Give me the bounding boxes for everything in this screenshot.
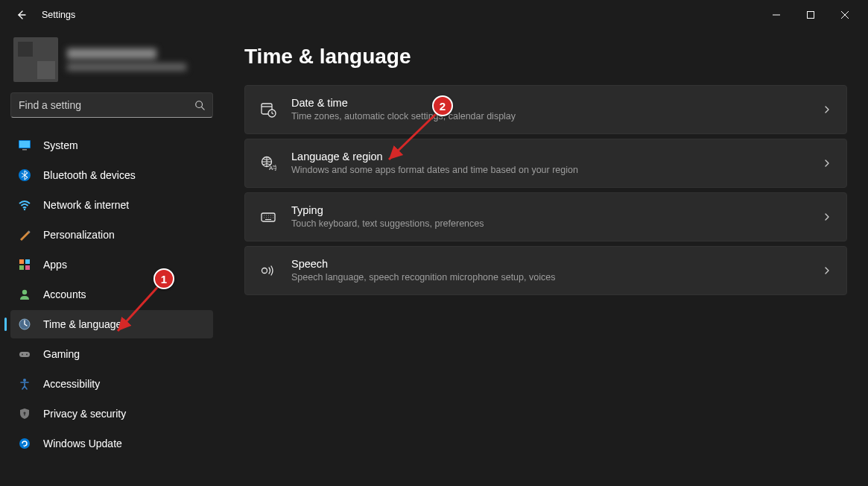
card-title: Date & time	[291, 96, 808, 110]
nav-label: Bluetooth & devices	[43, 169, 136, 181]
card-desc: Time zones, automatic clock settings, ca…	[291, 110, 808, 124]
card-date-time[interactable]: Date & time Time zones, automatic clock …	[244, 85, 847, 134]
svg-rect-8	[25, 259, 30, 264]
monitor-icon	[18, 139, 31, 152]
svg-point-17	[23, 379, 26, 382]
card-desc: Touch keyboard, text suggestions, prefer…	[291, 218, 808, 231]
sidebar-item-apps[interactable]: Apps	[10, 250, 213, 279]
search-box[interactable]	[10, 92, 213, 118]
bluetooth-icon	[18, 168, 31, 182]
brush-icon	[18, 228, 31, 242]
sidebar-item-system[interactable]: System	[10, 131, 213, 160]
search-icon	[194, 100, 205, 110]
card-title: Language & region	[291, 150, 808, 164]
card-title: Speech	[291, 257, 808, 271]
account-text	[67, 48, 186, 71]
nav-label: Accessibility	[43, 378, 100, 390]
maximize-button[interactable]	[793, 3, 828, 27]
nav-label: Personalization	[43, 229, 115, 241]
svg-rect-7	[19, 259, 24, 264]
maximize-icon	[807, 11, 814, 19]
sidebar-item-network[interactable]: Network & internet	[10, 191, 213, 219]
card-title: Typing	[291, 203, 808, 218]
card-desc: Windows and some apps format dates and t…	[291, 164, 808, 177]
svg-point-16	[26, 354, 28, 356]
main-content: Time & language Date & time Time zones, …	[224, 30, 868, 486]
svg-rect-19	[24, 414, 25, 416]
chevron-right-icon	[823, 212, 831, 221]
minimize-icon	[773, 11, 780, 19]
svg-rect-3	[19, 141, 30, 148]
annotation-marker-1: 1	[153, 268, 174, 289]
nav-label: Apps	[43, 259, 67, 271]
svg-rect-10	[25, 265, 30, 270]
chevron-right-icon	[823, 105, 831, 114]
card-desc: Speech language, speech recognition micr…	[291, 271, 808, 285]
nav-label: Gaming	[43, 348, 80, 360]
sidebar-item-accounts[interactable]: Accounts	[10, 280, 213, 309]
nav-label: Network & internet	[43, 199, 129, 211]
svg-point-15	[22, 354, 23, 356]
svg-point-26	[262, 268, 267, 274]
nav-label: System	[43, 139, 78, 151]
card-language-region[interactable]: A字 Language & region Windows and some ap…	[244, 139, 847, 188]
calendar-clock-icon	[260, 101, 276, 118]
account-block[interactable]	[10, 30, 213, 92]
shield-icon	[18, 407, 31, 420]
sidebar-item-time-language[interactable]: Time & language	[10, 310, 213, 338]
clock-globe-icon	[18, 318, 31, 331]
sidebar: System Bluetooth & devices Network & int…	[0, 30, 224, 486]
sidebar-item-personalization[interactable]: Personalization	[10, 221, 213, 249]
globe-text-icon: A字	[260, 155, 276, 171]
svg-point-6	[24, 209, 25, 210]
grid-icon	[18, 258, 31, 271]
chevron-right-icon	[823, 266, 831, 275]
nav-label: Windows Update	[43, 438, 122, 449]
svg-rect-4	[22, 149, 27, 151]
svg-point-1	[196, 101, 203, 108]
avatar	[13, 37, 58, 82]
minimize-button[interactable]	[759, 3, 793, 27]
update-icon	[18, 437, 31, 450]
close-icon	[841, 11, 849, 19]
person-icon	[18, 288, 31, 301]
gamepad-icon	[18, 347, 31, 361]
accessibility-icon	[18, 377, 31, 391]
sidebar-item-windows-update[interactable]: Windows Update	[10, 429, 213, 458]
sidebar-item-privacy[interactable]: Privacy & security	[10, 400, 213, 428]
chevron-right-icon	[823, 159, 831, 168]
search-input[interactable]	[19, 99, 194, 111]
svg-point-11	[22, 290, 27, 294]
sidebar-item-accessibility[interactable]: Accessibility	[10, 370, 213, 398]
close-button[interactable]	[828, 3, 862, 27]
sidebar-item-bluetooth[interactable]: Bluetooth & devices	[10, 161, 213, 189]
arrow-left-icon	[15, 9, 27, 21]
annotation-marker-2: 2	[432, 95, 453, 116]
wifi-icon	[18, 198, 31, 212]
nav-list: System Bluetooth & devices Network & int…	[10, 131, 213, 458]
card-typing[interactable]: Typing Touch keyboard, text suggestions,…	[244, 192, 847, 242]
svg-rect-0	[808, 12, 814, 19]
keyboard-icon	[260, 209, 276, 225]
nav-label: Privacy & security	[43, 408, 126, 420]
svg-point-20	[19, 438, 30, 449]
window-title: Settings	[42, 10, 75, 20]
card-speech[interactable]: Speech Speech language, speech recogniti…	[244, 246, 847, 295]
nav-label: Time & language	[43, 318, 121, 330]
titlebar: Settings	[0, 0, 868, 30]
sound-wave-icon	[260, 262, 276, 279]
sidebar-item-gaming[interactable]: Gaming	[10, 340, 213, 368]
svg-rect-9	[19, 265, 24, 270]
back-button[interactable]	[9, 3, 33, 27]
svg-rect-14	[19, 352, 30, 357]
page-title: Time & language	[244, 45, 847, 69]
svg-text:A字: A字	[269, 165, 276, 171]
nav-label: Accounts	[43, 288, 86, 300]
